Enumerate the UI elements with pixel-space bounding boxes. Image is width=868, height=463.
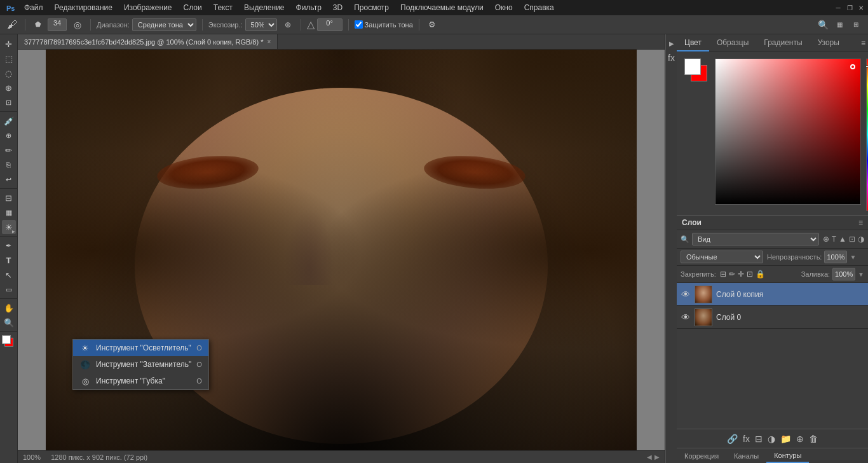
lock-transparent-btn[interactable]: ⊟ [720,270,726,279]
layer-base-visibility[interactable]: 👁 [681,312,691,322]
new-layer-btn[interactable]: ⊕ [796,434,804,444]
crop-tool[interactable]: ⊡ [2,95,16,109]
context-menu-burn[interactable]: 🌑 Инструмент "Затемнитель" O [73,356,208,373]
filter-icon-2[interactable]: T [832,235,836,244]
tab-patterns[interactable]: Узоры [810,34,847,52]
blend-mode-select[interactable]: Обычные [681,251,763,263]
tab-correction[interactable]: Коррекция [677,448,726,463]
tab-paths[interactable]: Контуры [766,448,809,463]
menu-layers[interactable]: Слои [179,2,207,13]
lasso-tool[interactable]: ◌ [2,66,16,80]
tab-swatches[interactable]: Образцы [709,34,756,52]
shape-tool[interactable]: ▭ [2,282,16,296]
opacity-chevron[interactable]: ▼ [850,254,856,261]
search-icon[interactable]: 🔍 [816,18,830,32]
panel-menu-icon[interactable]: ≡ [861,39,865,48]
tab-close-button[interactable]: × [268,38,271,45]
fx-icon[interactable]: fx [668,53,675,63]
menu-help[interactable]: Справка [519,2,559,13]
link-layers-btn[interactable]: 🔗 [727,434,738,444]
filter-toggle[interactable]: ◑ [858,235,864,244]
color-gradient[interactable] [715,59,861,205]
pen-tool[interactable]: ✒ [2,238,16,252]
protect-tones-checkbox[interactable] [355,20,363,29]
path-select-tool[interactable]: ↖ [2,268,16,282]
angle-value[interactable]: 0° [317,18,342,31]
lock-image-btn[interactable]: ✏ [729,270,735,279]
canvas-tab[interactable]: 377778f78917695c3e1fc67bd42dd825.jpg @ 1… [18,34,278,49]
layer-item-copy[interactable]: 👁 Слой 0 копия [677,283,868,306]
new-group-btn[interactable]: 📁 [780,434,791,444]
delete-layer-btn[interactable]: 🗑 [809,434,818,444]
minimize-button[interactable]: ─ [834,3,843,12]
menu-plugins[interactable]: Подключаемые модули [395,2,489,13]
zoom-tool[interactable]: 🔍 [2,315,16,329]
status-prev-btn[interactable]: ◀ [647,453,652,460]
panel-icon-1[interactable]: ▶ [667,38,676,49]
history-brush-tool[interactable]: ↩ [2,172,16,186]
add-mask-btn[interactable]: ⊟ [755,434,763,444]
text-tool[interactable]: T [2,253,16,267]
restore-button[interactable]: ❐ [845,3,854,12]
brush-hardness-btn[interactable]: ◎ [71,18,85,32]
range-area: Диапазон: Средние тона Света Тени [97,18,196,31]
close-button[interactable]: ✕ [857,3,865,12]
clone-tool[interactable]: ⎘ [2,158,16,172]
tab-channels[interactable]: Каналы [726,448,766,463]
panel-left-icons: ▶ fx [665,34,677,463]
opacity-input[interactable] [824,251,847,263]
panel-tab-icons: ≡ [861,34,868,52]
brush-size-value[interactable]: 34 [48,18,67,31]
brush-tool[interactable]: ✏ [2,143,16,157]
fill-input[interactable] [832,268,855,280]
filter-icon-4[interactable]: ⊡ [849,235,855,244]
new-adjustment-btn[interactable]: ◑ [768,434,775,444]
layers-filter-select[interactable]: Вид [692,233,819,245]
workspace-icon[interactable]: ▦ [832,18,846,32]
context-menu-sponge[interactable]: ◎ Инструмент "Губка" O [73,373,208,389]
add-effect-btn[interactable]: fx [743,434,750,444]
menu-file[interactable]: Файл [19,2,48,13]
menu-3d[interactable]: 3D [328,2,348,13]
menu-edit[interactable]: Редактирование [50,2,118,13]
range-select[interactable]: Средние тона Света Тени [132,18,196,31]
layer-copy-visibility[interactable]: 👁 [681,289,691,300]
tab-color[interactable]: Цвет [677,34,709,52]
filter-icon-1[interactable]: ⊕ [823,235,829,244]
settings-icon[interactable]: ⚙ [425,18,439,32]
brush-tool-icon[interactable]: 🖌 [5,18,19,32]
menu-select[interactable]: Выделение [239,2,290,13]
move-tool[interactable]: ✛ [2,37,16,51]
rectangle-select-tool[interactable]: ⬚ [2,52,16,66]
exposure-area: Экспозир.: 50% [208,18,277,31]
healing-tool[interactable]: ⊕ [2,128,16,142]
exposure-select[interactable]: 50% [245,18,277,31]
eyedropper-tool[interactable]: 💉 [2,114,16,128]
menu-image[interactable]: Изображение [119,2,177,13]
tab-gradients[interactable]: Градиенты [756,34,810,52]
dodge-tool[interactable]: ☀ ▶ [2,220,16,234]
fill-chevron[interactable]: ▼ [858,271,864,278]
canvas-container[interactable]: ☀ Инструмент "Осветлитель" O 🌑 Инструмен… [18,50,665,450]
quick-select-tool[interactable]: ⊛ [2,81,16,95]
filter-icon-3[interactable]: ▲ [839,235,846,244]
brush-size-btn[interactable]: ⬟ [31,18,45,32]
hand-tool[interactable]: ✋ [2,301,16,315]
lock-all-btn[interactable]: 🔒 [756,270,765,279]
arrange-icon[interactable]: ⊞ [849,18,863,32]
menu-text[interactable]: Текст [208,2,238,13]
fg-color-swatch[interactable] [684,59,701,75]
layers-menu-icon[interactable]: ≡ [858,218,863,227]
lock-artboard-btn[interactable]: ⊡ [747,270,753,279]
airbrush-icon[interactable]: ⊕ [281,18,295,32]
foreground-color-swatch[interactable] [2,335,11,344]
status-next-btn[interactable]: ▶ [654,453,660,460]
layer-item-base[interactable]: 👁 Слой 0 [677,306,868,329]
menu-view[interactable]: Просмотр [349,2,394,13]
context-menu-dodge[interactable]: ☀ Инструмент "Осветлитель" O [73,340,208,356]
menu-filter[interactable]: Фильтр [291,2,327,13]
gradient-tool[interactable]: ▦ [2,205,16,219]
eraser-tool[interactable]: ⊟ [2,191,16,205]
menu-window[interactable]: Окно [490,2,518,13]
lock-position-btn[interactable]: ✛ [738,270,744,279]
